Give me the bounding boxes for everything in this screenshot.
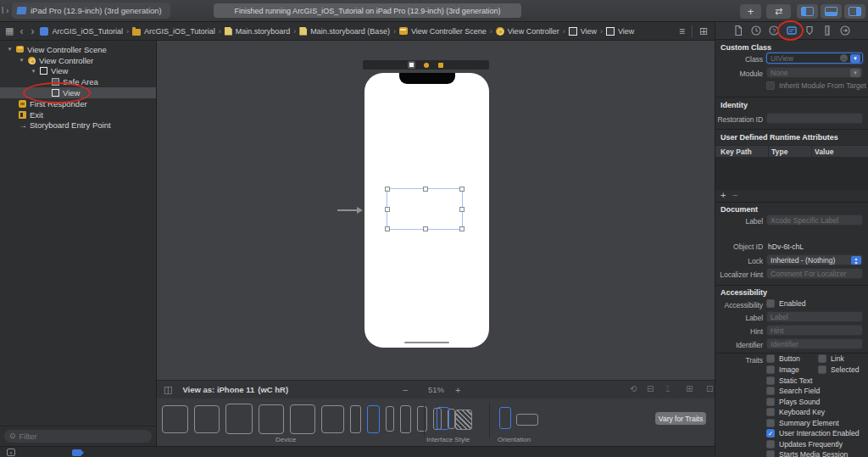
resize-handle[interactable] xyxy=(459,207,465,212)
trait-checkbox[interactable] xyxy=(766,387,775,395)
outline-item-safe-area[interactable]: Safe Area xyxy=(0,76,156,87)
trait-static-text[interactable]: Static Text xyxy=(766,376,813,385)
resize-handle[interactable] xyxy=(459,226,465,231)
breadcrumb-item-view[interactable]: View xyxy=(569,27,597,36)
scene-dock-view-controller-button[interactable] xyxy=(408,61,415,69)
trait-keyboard-key[interactable]: Keyboard Key xyxy=(766,408,825,416)
trait-button[interactable]: Button xyxy=(766,354,800,363)
breadcrumb-item-folder[interactable]: ArcGIS_iOS_Tutorial xyxy=(132,27,215,36)
editor-options-button[interactable]: ⇄ xyxy=(766,4,791,19)
update-frames-icon[interactable]: ⟲ xyxy=(630,384,637,393)
breakpoint-toggle-icon[interactable] xyxy=(72,449,84,456)
trait-checkbox[interactable] xyxy=(818,365,826,374)
editor-list-icon[interactable]: ≡ xyxy=(679,25,685,37)
trait-checkbox[interactable] xyxy=(766,365,775,374)
add-attribute-button[interactable]: + xyxy=(721,190,726,200)
trait-checkbox[interactable] xyxy=(766,354,775,363)
trait-checkbox[interactable]: ✓ xyxy=(766,429,775,437)
localizer-hint-field[interactable]: Comment For Localizer xyxy=(766,268,863,279)
device-thumb-ipad[interactable] xyxy=(259,404,284,434)
connections-inspector-tab[interactable] xyxy=(839,25,851,36)
lock-dropdown[interactable]: Inherited - (Nothing) ▴▾ xyxy=(766,254,863,265)
module-dropdown[interactable]: None ▾ xyxy=(766,67,863,78)
zoom-in-button[interactable]: + xyxy=(455,385,460,395)
embed-in-stack-icon[interactable]: ⊟ xyxy=(647,384,654,393)
size-inspector-tab[interactable] xyxy=(821,25,833,36)
quick-help-inspector-tab[interactable]: ? xyxy=(768,25,780,36)
device-bar-toggle-icon[interactable]: ◫ xyxy=(164,384,172,395)
scene-dock-exit-button[interactable] xyxy=(437,61,444,69)
toggle-navigator-button[interactable] xyxy=(797,4,818,19)
selected-uiview[interactable] xyxy=(387,188,463,230)
trait-checkbox[interactable] xyxy=(766,440,775,449)
trait-starts-media-session[interactable]: Starts Media Session xyxy=(766,450,848,457)
filter-input[interactable]: ⊙ Filter xyxy=(4,430,152,443)
outline-item-subview-selected[interactable]: View xyxy=(0,87,156,98)
file-inspector-tab[interactable] xyxy=(732,25,744,36)
device-thumb-iphone[interactable] xyxy=(350,405,361,433)
inherit-module-checkbox-row[interactable]: Inherit Module From Target xyxy=(766,81,866,90)
identity-inspector-tab-selected[interactable] xyxy=(786,25,798,36)
forward-button[interactable]: › xyxy=(29,26,36,36)
related-items-icon[interactable]: ▦ xyxy=(5,26,14,36)
orientation-portrait-thumb[interactable] xyxy=(499,407,511,429)
outline-item-view-controller-scene[interactable]: ▾ View Controller Scene xyxy=(0,44,156,55)
runtime-attributes-table[interactable] xyxy=(715,158,868,190)
device-thumb-iphone[interactable] xyxy=(386,406,394,432)
align-icon[interactable]: ⌶ xyxy=(665,384,670,394)
outline-item-exit[interactable]: Exit xyxy=(0,109,156,120)
history-inspector-tab[interactable] xyxy=(750,25,762,36)
device-thumb-ipad[interactable] xyxy=(225,404,253,434)
trait-updates-frequently[interactable]: Updates Frequently xyxy=(766,440,843,449)
breadcrumb-item-storyboard[interactable]: Main.storyboard xyxy=(225,27,291,36)
orientation-landscape-thumb[interactable] xyxy=(516,414,538,426)
device-thumb-iphone[interactable] xyxy=(417,406,427,432)
class-dropdown-icon[interactable]: ▾ xyxy=(850,54,860,63)
breadcrumb-item-scene[interactable]: View Controller Scene xyxy=(399,27,487,36)
trait-checkbox[interactable] xyxy=(818,354,826,363)
resize-handle[interactable] xyxy=(385,226,390,231)
breadcrumb-item-project[interactable]: ArcGIS_iOS_Tutorial xyxy=(40,27,123,36)
disclosure-triangle-icon[interactable]: ▾ xyxy=(31,68,36,75)
trait-image[interactable]: Image xyxy=(766,365,799,374)
trait-checkbox[interactable] xyxy=(766,450,775,457)
attributes-inspector-tab[interactable] xyxy=(804,25,815,36)
zoom-level[interactable]: 51% xyxy=(428,385,444,394)
document-label-field[interactable]: Xcode Specific Label xyxy=(766,215,863,226)
vary-for-traits-button[interactable]: Vary for Traits xyxy=(655,412,706,425)
interface-style-dark-thumb[interactable] xyxy=(455,410,472,430)
accessibility-hint-field[interactable]: Hint xyxy=(766,325,863,336)
breadcrumb-item-view-controller[interactable]: View Controller xyxy=(496,27,559,36)
resize-handle[interactable] xyxy=(385,187,390,192)
accessibility-enabled-checkbox[interactable] xyxy=(766,299,775,308)
accessibility-label-field[interactable]: Label xyxy=(766,311,863,322)
inherit-module-checkbox[interactable] xyxy=(766,81,775,90)
back-button[interactable]: ‹ xyxy=(18,26,25,36)
resize-handle[interactable] xyxy=(459,187,465,192)
disclosure-triangle-icon[interactable]: ▾ xyxy=(7,46,13,53)
run-destination-selector[interactable]: iPad Pro (12.9-inch) (3rd generation) xyxy=(12,3,170,19)
storyboard-canvas[interactable] xyxy=(157,41,715,380)
trait-checkbox[interactable] xyxy=(766,398,775,406)
accessibility-identifier-field[interactable]: Identifier xyxy=(766,338,863,349)
trait-search-field[interactable]: Search Field xyxy=(766,387,820,395)
resize-handle[interactable] xyxy=(385,207,390,212)
storyboard-entry-point-arrow[interactable] xyxy=(337,209,363,211)
trait-checkbox[interactable] xyxy=(766,376,775,385)
trait-link[interactable]: Link xyxy=(818,354,844,363)
toggle-inspectors-button[interactable] xyxy=(844,4,865,19)
trait-summary-element[interactable]: Summary Element xyxy=(766,419,839,427)
restoration-id-field[interactable] xyxy=(766,113,863,124)
library-add-button[interactable]: + xyxy=(740,4,761,19)
resolve-layout-issues-icon[interactable]: ⊡ xyxy=(706,384,713,393)
trait-plays-sound[interactable]: Plays Sound xyxy=(766,398,820,406)
trait-user-interaction-enabled[interactable]: ✓ User Interaction Enabled xyxy=(766,429,860,437)
interface-style-light-thumb[interactable] xyxy=(437,407,449,430)
device-thumb-iphone-11-selected[interactable] xyxy=(367,405,380,433)
breadcrumb-item-subview[interactable]: View xyxy=(606,27,634,36)
zoom-out-button[interactable]: − xyxy=(403,385,408,395)
remove-attribute-button[interactable]: − xyxy=(732,190,737,200)
device-thumb-iphone[interactable] xyxy=(400,405,411,433)
clear-icon[interactable]: – xyxy=(840,54,848,62)
hide-debug-area-icon[interactable]: ▾ xyxy=(7,449,15,456)
